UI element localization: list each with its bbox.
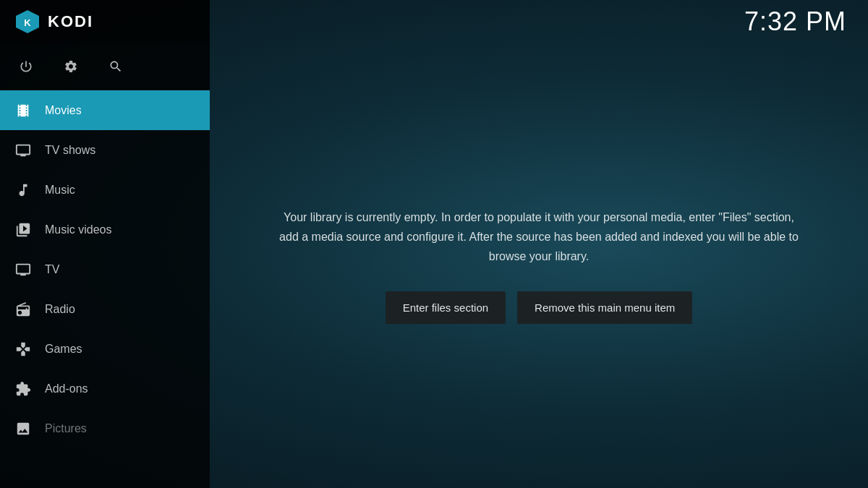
settings-icon[interactable] [59,55,82,78]
empty-library-message: Your library is currently empty. In orde… [278,207,799,267]
enter-files-button[interactable]: Enter files section [386,291,506,324]
svg-text:K: K [24,17,31,28]
radio-icon [14,301,32,318]
app-title: KODI [48,12,93,31]
sidebar-item-pictures[interactable]: Pictures [0,408,210,448]
pictures-icon [14,420,32,437]
sidebar-controls [0,43,210,90]
action-buttons: Enter files section Remove this main men… [386,291,693,324]
music-label: Music [45,184,75,197]
power-icon[interactable] [14,55,38,78]
tv-shows-icon [14,142,32,159]
sidebar-item-tv[interactable]: TV [0,249,210,289]
top-bar: 7:32 PM [210,0,868,43]
sidebar-item-music[interactable]: Music [0,170,210,210]
sidebar-item-music-videos[interactable]: Music videos [0,210,210,249]
music-icon [14,181,32,199]
sidebar: K KODI Movies [0,0,210,488]
sidebar-item-games[interactable]: Games [0,329,210,369]
sidebar-item-movies[interactable]: Movies [0,90,210,130]
clock-display: 7:32 PM [744,7,846,37]
remove-menu-item-button[interactable]: Remove this main menu item [517,291,692,324]
pictures-label: Pictures [45,422,87,435]
games-label: Games [45,343,82,356]
sidebar-item-radio[interactable]: Radio [0,289,210,329]
sidebar-item-tv-shows[interactable]: TV shows [0,130,210,170]
games-icon [14,341,32,358]
add-ons-label: Add-ons [45,382,88,395]
sidebar-header: K KODI [0,0,210,43]
sidebar-item-add-ons[interactable]: Add-ons [0,369,210,408]
music-videos-icon [14,221,32,239]
add-ons-icon [14,380,32,398]
nav-items: Movies TV shows Music Music videos [0,90,210,488]
music-videos-label: Music videos [45,223,111,236]
movies-icon [14,102,32,119]
content-area: Your library is currently empty. In orde… [210,43,868,488]
movies-label: Movies [45,104,82,117]
tv-shows-label: TV shows [45,144,95,157]
tv-label: TV [45,263,59,276]
tv-icon [14,261,32,278]
main-content: 7:32 PM Your library is currently empty.… [210,0,868,488]
radio-label: Radio [45,303,75,316]
search-icon[interactable] [104,55,127,78]
kodi-logo-icon: K [14,9,41,35]
app-container: K KODI Movies [0,0,868,488]
